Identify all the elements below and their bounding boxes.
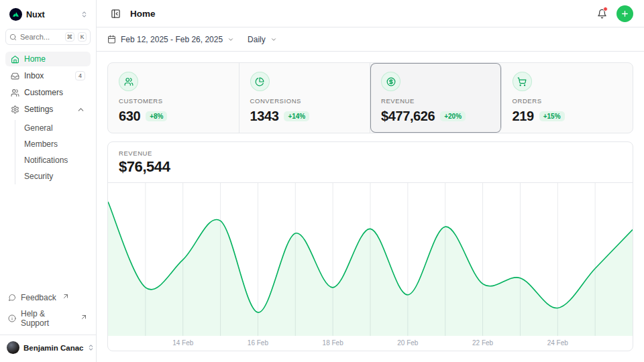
footer-link-help-support[interactable]: Help & Support [5, 306, 91, 330]
stat-card-customers[interactable]: CUSTOMERS630+8% [108, 63, 239, 133]
sidebar-item-label: Settings [24, 105, 53, 114]
sidebar-submenu: GeneralMembersNotificationsSecurity [15, 120, 91, 184]
inbox-icon [11, 72, 19, 80]
sidebar-item-label: Home [24, 54, 46, 64]
workspace-switcher[interactable]: Nuxt [5, 5, 91, 23]
sidebar-item-inbox[interactable]: Inbox4 [5, 68, 91, 83]
footer-link-label: Feedback [21, 293, 56, 302]
x-tick-label: 18 Feb [323, 339, 343, 347]
sidebar-subitem-security[interactable]: Security [15, 168, 91, 184]
stat-value: 630 [119, 109, 140, 124]
add-button[interactable] [616, 5, 633, 22]
x-tick-label: 22 Feb [472, 339, 493, 347]
chart-title: REVENUE [119, 149, 622, 157]
search-input[interactable]: Search... ⌘ K [5, 29, 91, 45]
footer-link-label: Help & Support [21, 309, 74, 328]
arrow-up-right-icon [80, 313, 88, 321]
sidebar-subitem-members[interactable]: Members [15, 136, 91, 152]
stat-label: REVENUE [381, 97, 490, 105]
sidebar-item-label: Inbox [24, 71, 44, 80]
period-select[interactable]: Daily [248, 35, 277, 44]
stat-value: $477,626 [381, 109, 435, 124]
info-circle-icon [8, 314, 16, 322]
stat-label: ORDERS [513, 97, 623, 105]
sidebar-item-settings[interactable]: Settings [5, 102, 91, 117]
sidebar-item-label: Customers [24, 88, 63, 97]
house-icon [11, 55, 19, 64]
page-title: Home [130, 9, 156, 19]
avatar [7, 341, 19, 354]
stat-icon-circle [381, 72, 400, 91]
chevrons-up-down-icon [80, 11, 88, 18]
nuxt-logo-icon [9, 8, 22, 21]
notifications-button[interactable] [594, 5, 610, 21]
arrow-up-right-icon [62, 292, 70, 300]
dashboard-content: CUSTOMERS630+8%CONVERSIONS1343+14%REVENU… [97, 52, 644, 362]
sidebar-item-home[interactable]: Home [5, 52, 91, 66]
dollar-circle-icon [386, 77, 396, 86]
notification-dot [603, 7, 608, 11]
sidebar-subitem-general[interactable]: General [15, 120, 91, 136]
chevron-down-icon [227, 36, 234, 43]
chart-x-axis: 14 Feb16 Feb18 Feb20 Feb22 Feb24 Feb [108, 336, 633, 351]
sidebar-nav: HomeInbox4CustomersSettingsGeneralMember… [5, 52, 91, 184]
chart-current-value: $76,544 [119, 158, 622, 176]
workspace-name: Nuxt [26, 10, 45, 19]
kbd-meta: ⌘ [65, 32, 75, 42]
main-panel: Home Feb 12, 2025 - Feb 26, 2025 Daily [97, 0, 644, 362]
period-value: Daily [248, 35, 266, 44]
footer-link-feedback[interactable]: Feedback [5, 290, 91, 305]
sidebar-subitem-notifications[interactable]: Notifications [15, 152, 91, 168]
stat-icon-circle [119, 72, 138, 91]
chevron-down-icon [270, 36, 277, 43]
stats-row: CUSTOMERS630+8%CONVERSIONS1343+14%REVENU… [107, 62, 633, 133]
stat-icon-circle [513, 72, 532, 91]
stat-value: 1343 [250, 109, 279, 124]
panel-left-close-icon [111, 9, 121, 19]
filter-toolbar: Feb 12, 2025 - Feb 26, 2025 Daily [97, 27, 644, 52]
stat-label: CONVERSIONS [250, 97, 360, 105]
page-header: Home [97, 0, 644, 27]
chevrons-up-down-icon [87, 344, 95, 351]
x-tick-label: 24 Feb [547, 339, 568, 347]
x-tick-label: 16 Feb [248, 339, 268, 347]
date-range-picker[interactable]: Feb 12, 2025 - Feb 26, 2025 [107, 35, 234, 44]
revenue-area-chart[interactable] [108, 183, 633, 336]
x-tick-label: 14 Feb [172, 339, 193, 347]
stat-delta-badge: +14% [284, 111, 309, 121]
stat-card-revenue[interactable]: REVENUE$477,626+20% [370, 63, 502, 133]
stat-label: CUSTOMERS [119, 97, 228, 105]
pie-chart-icon [255, 77, 264, 86]
area-chart-canvas [108, 183, 633, 336]
search-icon [9, 34, 17, 41]
stat-card-conversions[interactable]: CONVERSIONS1343+14% [239, 63, 371, 133]
sidebar-footer: FeedbackHelp & Support [5, 290, 91, 335]
collapse-sidebar-button[interactable] [107, 5, 123, 21]
date-range-value: Feb 12, 2025 - Feb 26, 2025 [121, 35, 223, 44]
gear-icon [11, 105, 19, 114]
stat-icon-circle [250, 72, 270, 91]
calendar-icon [107, 35, 116, 44]
user-menu[interactable]: Benjamin Canac [0, 335, 96, 357]
users-icon [11, 88, 19, 97]
message-bubble-icon [8, 294, 16, 302]
chevron-up-icon [76, 105, 85, 114]
user-name: Benjamin Canac [23, 344, 83, 352]
stat-delta-badge: +8% [146, 111, 167, 121]
x-tick-label: 20 Feb [397, 339, 418, 347]
sidebar-item-customers[interactable]: Customers [5, 85, 91, 100]
stat-card-orders[interactable]: ORDERS219+15% [502, 63, 633, 133]
revenue-chart-card: REVENUE $76,544 14 Feb16 Feb18 Feb20 Feb… [107, 141, 633, 351]
chart-header: REVENUE $76,544 [108, 142, 633, 183]
cart-icon [517, 77, 527, 86]
sidebar: Nuxt Search... ⌘ K HomeInbox4CustomersSe… [0, 0, 97, 362]
users-icon [124, 77, 133, 86]
plus-icon [621, 9, 629, 18]
kbd-key: K [78, 32, 87, 42]
stat-value: 219 [513, 109, 534, 124]
search-placeholder: Search... [20, 33, 62, 41]
unread-count-badge: 4 [75, 71, 85, 80]
stat-delta-badge: +15% [539, 111, 565, 121]
stat-delta-badge: +20% [440, 111, 466, 121]
